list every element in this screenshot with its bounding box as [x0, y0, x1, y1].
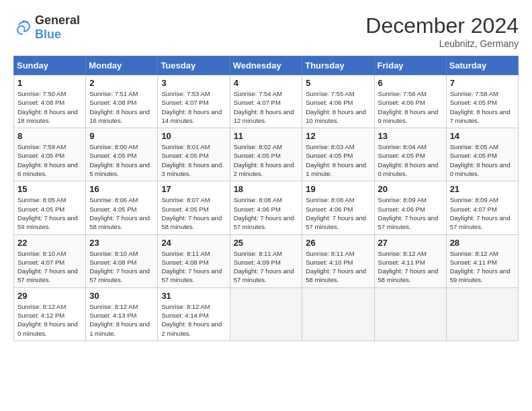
day-number: 27: [378, 238, 443, 248]
day-number: 2: [89, 78, 154, 88]
month-title: December 2024: [365, 13, 519, 38]
day-info: Sunrise: 7:53 AM Sunset: 4:07 PM Dayligh…: [161, 89, 226, 125]
calendar-header-friday: Friday: [374, 56, 446, 75]
calendar-cell: 4 Sunrise: 7:54 AM Sunset: 4:07 PM Dayli…: [230, 75, 302, 128]
calendar-cell: 13 Sunrise: 8:04 AM Sunset: 4:05 PM Dayl…: [374, 128, 446, 181]
calendar-cell: 21 Sunrise: 8:09 AM Sunset: 4:07 PM Dayl…: [446, 181, 518, 234]
calendar-cell: 30 Sunrise: 8:12 AM Sunset: 4:13 PM Dayl…: [86, 287, 158, 340]
day-info: Sunrise: 8:06 AM Sunset: 4:05 PM Dayligh…: [89, 195, 154, 231]
day-number: 7: [450, 78, 515, 88]
calendar-cell: 25 Sunrise: 8:11 AM Sunset: 4:09 PM Dayl…: [230, 234, 302, 287]
day-info: Sunrise: 8:10 AM Sunset: 4:07 PM Dayligh…: [17, 249, 82, 285]
calendar-cell: 2 Sunrise: 7:51 AM Sunset: 4:08 PM Dayli…: [86, 75, 158, 128]
day-info: Sunrise: 8:05 AM Sunset: 4:05 PM Dayligh…: [17, 195, 82, 231]
day-info: Sunrise: 7:58 AM Sunset: 4:05 PM Dayligh…: [450, 89, 515, 125]
day-number: 14: [450, 131, 515, 141]
calendar-week-row: 8 Sunrise: 7:59 AM Sunset: 4:05 PM Dayli…: [14, 128, 519, 181]
calendar-cell: 7 Sunrise: 7:58 AM Sunset: 4:05 PM Dayli…: [446, 75, 518, 128]
calendar-cell: 12 Sunrise: 8:03 AM Sunset: 4:05 PM Dayl…: [302, 128, 374, 181]
day-info: Sunrise: 8:07 AM Sunset: 4:05 PM Dayligh…: [161, 195, 226, 231]
calendar-cell: 23 Sunrise: 8:10 AM Sunset: 4:08 PM Dayl…: [86, 234, 158, 287]
calendar-cell: 8 Sunrise: 7:59 AM Sunset: 4:05 PM Dayli…: [14, 128, 86, 181]
calendar-cell: 27 Sunrise: 8:12 AM Sunset: 4:11 PM Dayl…: [374, 234, 446, 287]
day-number: 17: [161, 184, 226, 194]
calendar-cell: 1 Sunrise: 7:50 AM Sunset: 4:08 PM Dayli…: [14, 75, 86, 128]
day-info: Sunrise: 8:05 AM Sunset: 4:05 PM Dayligh…: [450, 142, 515, 178]
calendar-week-row: 15 Sunrise: 8:05 AM Sunset: 4:05 PM Dayl…: [14, 181, 519, 234]
calendar-cell: 5 Sunrise: 7:55 AM Sunset: 4:06 PM Dayli…: [302, 75, 374, 128]
day-number: 22: [17, 238, 82, 248]
day-info: Sunrise: 7:50 AM Sunset: 4:08 PM Dayligh…: [17, 89, 82, 125]
calendar-cell: 16 Sunrise: 8:06 AM Sunset: 4:05 PM Dayl…: [86, 181, 158, 234]
logo-general: General: [35, 13, 80, 27]
day-info: Sunrise: 8:09 AM Sunset: 4:07 PM Dayligh…: [450, 195, 515, 231]
day-number: 28: [450, 238, 515, 248]
calendar-header-sunday: Sunday: [14, 56, 86, 75]
day-info: Sunrise: 8:03 AM Sunset: 4:05 PM Dayligh…: [306, 142, 370, 178]
calendar-cell: 28 Sunrise: 8:12 AM Sunset: 4:11 PM Dayl…: [446, 234, 518, 287]
day-number: 31: [161, 291, 226, 301]
calendar-header-monday: Monday: [86, 56, 158, 75]
calendar-header-tuesday: Tuesday: [158, 56, 230, 75]
calendar-cell: [230, 287, 302, 340]
location: Leubnitz, Germany: [365, 38, 519, 49]
calendar-cell: [374, 287, 446, 340]
day-info: Sunrise: 7:54 AM Sunset: 4:07 PM Dayligh…: [234, 89, 299, 125]
logo-bird-icon: [13, 18, 32, 37]
day-info: Sunrise: 8:12 AM Sunset: 4:14 PM Dayligh…: [161, 302, 226, 338]
logo-blue: Blue: [35, 28, 61, 41]
calendar-cell: [302, 287, 374, 340]
calendar-cell: 6 Sunrise: 7:56 AM Sunset: 4:06 PM Dayli…: [374, 75, 446, 128]
day-number: 8: [17, 131, 82, 141]
day-number: 23: [89, 238, 154, 248]
day-number: 30: [89, 291, 154, 301]
day-number: 16: [89, 184, 154, 194]
day-number: 5: [306, 78, 370, 88]
day-info: Sunrise: 8:11 AM Sunset: 4:10 PM Dayligh…: [306, 249, 370, 285]
calendar-cell: 22 Sunrise: 8:10 AM Sunset: 4:07 PM Dayl…: [14, 234, 86, 287]
calendar-cell: 15 Sunrise: 8:05 AM Sunset: 4:05 PM Dayl…: [14, 181, 86, 234]
calendar-cell: 18 Sunrise: 8:08 AM Sunset: 4:06 PM Dayl…: [230, 181, 302, 234]
day-number: 24: [161, 238, 226, 248]
calendar-cell: 19 Sunrise: 8:08 AM Sunset: 4:06 PM Dayl…: [302, 181, 374, 234]
day-info: Sunrise: 7:55 AM Sunset: 4:06 PM Dayligh…: [306, 89, 370, 125]
day-info: Sunrise: 8:12 AM Sunset: 4:11 PM Dayligh…: [378, 249, 443, 285]
calendar: SundayMondayTuesdayWednesdayThursdayFrid…: [13, 56, 519, 341]
calendar-cell: 11 Sunrise: 8:02 AM Sunset: 4:05 PM Dayl…: [230, 128, 302, 181]
day-info: Sunrise: 8:12 AM Sunset: 4:11 PM Dayligh…: [450, 249, 515, 285]
calendar-header-row: SundayMondayTuesdayWednesdayThursdayFrid…: [14, 56, 519, 75]
calendar-week-row: 22 Sunrise: 8:10 AM Sunset: 4:07 PM Dayl…: [14, 234, 519, 287]
day-info: Sunrise: 7:59 AM Sunset: 4:05 PM Dayligh…: [17, 142, 82, 178]
day-info: Sunrise: 8:11 AM Sunset: 4:09 PM Dayligh…: [234, 249, 299, 285]
calendar-cell: [446, 287, 518, 340]
day-number: 26: [306, 238, 370, 248]
day-number: 1: [17, 78, 82, 88]
day-number: 11: [234, 131, 299, 141]
day-info: Sunrise: 8:01 AM Sunset: 4:05 PM Dayligh…: [161, 142, 226, 178]
calendar-cell: 29 Sunrise: 8:12 AM Sunset: 4:12 PM Dayl…: [14, 287, 86, 340]
calendar-cell: 24 Sunrise: 8:11 AM Sunset: 4:08 PM Dayl…: [158, 234, 230, 287]
day-info: Sunrise: 8:11 AM Sunset: 4:08 PM Dayligh…: [161, 249, 226, 285]
day-info: Sunrise: 7:56 AM Sunset: 4:06 PM Dayligh…: [378, 89, 443, 125]
calendar-cell: 9 Sunrise: 8:00 AM Sunset: 4:05 PM Dayli…: [86, 128, 158, 181]
calendar-week-row: 29 Sunrise: 8:12 AM Sunset: 4:12 PM Dayl…: [14, 287, 519, 340]
logo: General Blue: [13, 13, 80, 42]
calendar-cell: 26 Sunrise: 8:11 AM Sunset: 4:10 PM Dayl…: [302, 234, 374, 287]
day-info: Sunrise: 8:04 AM Sunset: 4:05 PM Dayligh…: [378, 142, 443, 178]
day-number: 4: [234, 78, 299, 88]
day-number: 18: [234, 184, 299, 194]
day-info: Sunrise: 8:09 AM Sunset: 4:06 PM Dayligh…: [378, 195, 443, 231]
calendar-cell: 31 Sunrise: 8:12 AM Sunset: 4:14 PM Dayl…: [158, 287, 230, 340]
day-info: Sunrise: 7:51 AM Sunset: 4:08 PM Dayligh…: [89, 89, 154, 125]
day-number: 3: [161, 78, 226, 88]
day-info: Sunrise: 8:00 AM Sunset: 4:05 PM Dayligh…: [89, 142, 154, 178]
calendar-cell: 3 Sunrise: 7:53 AM Sunset: 4:07 PM Dayli…: [158, 75, 230, 128]
day-number: 6: [378, 78, 443, 88]
calendar-cell: 10 Sunrise: 8:01 AM Sunset: 4:05 PM Dayl…: [158, 128, 230, 181]
day-number: 21: [450, 184, 515, 194]
day-number: 25: [234, 238, 299, 248]
header: General Blue December 2024 Leubnitz, Ger…: [13, 13, 519, 49]
day-number: 19: [306, 184, 370, 194]
day-number: 10: [161, 131, 226, 141]
day-info: Sunrise: 8:02 AM Sunset: 4:05 PM Dayligh…: [234, 142, 299, 178]
